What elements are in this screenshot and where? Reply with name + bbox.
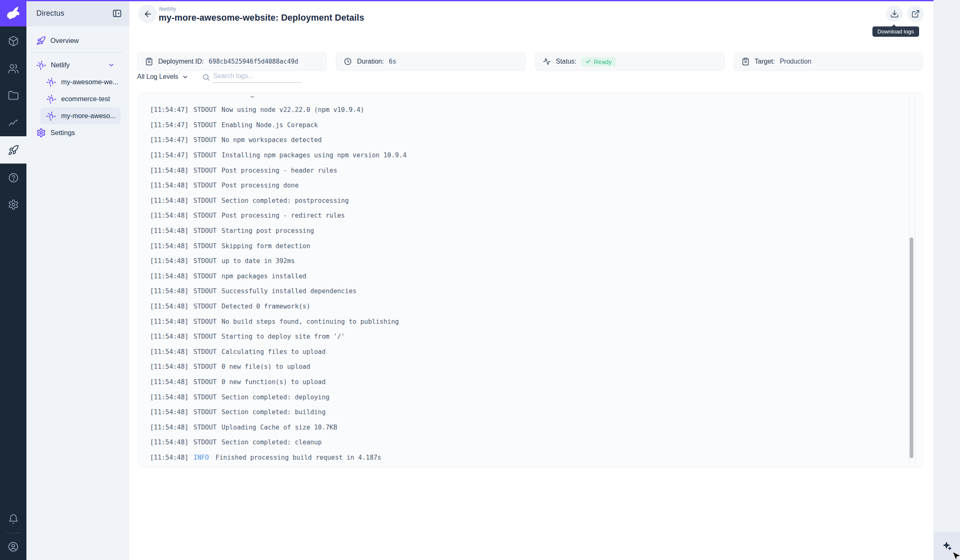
folder-icon	[8, 90, 19, 101]
card-status: Status: Ready	[535, 52, 725, 71]
log-line: [11:54:48]STDOUTPost processing - header…	[150, 163, 894, 178]
help-icon	[8, 172, 19, 183]
log-line: [11:54:48]STDOUT0 new file(s) to upload	[150, 359, 894, 375]
card-label: Deployment ID:	[158, 58, 204, 65]
sidebar-item-netlify[interactable]: Netlify	[26, 57, 129, 74]
log-line: [11:54:48]INFOFinished processing build …	[150, 450, 894, 465]
status-badge-label: Ready	[594, 58, 611, 65]
rocket-icon	[36, 36, 46, 45]
log-lines: [11:54:47]STDOUTNow using node v22.22.0 …	[150, 102, 894, 465]
log-level-filter-label: All Log Levels	[137, 73, 178, 81]
open-external-button[interactable]	[907, 5, 924, 22]
top-accent-bar	[0, 0, 934, 1]
log-line: [11:54:48]STDOUT0 new function(s) to upl…	[150, 375, 894, 390]
sidebar-item-label: Overview	[50, 37, 79, 45]
download-logs-button[interactable]	[886, 5, 903, 22]
deployment-info-cards: Deployment ID: 698cb4525946f5d4088ac49d …	[137, 52, 923, 71]
log-line: [11:54:47]STDOUTEnabling Node.js Corepac…	[150, 118, 894, 133]
netlify-node-icon	[46, 111, 56, 121]
account-button[interactable]	[0, 533, 26, 560]
app-window: Directus Overview Netlify my-awesome-we.…	[0, 0, 960, 560]
page-title: my-more-awesome-website: Deployment Deta…	[159, 13, 364, 23]
sidebar-item-my-more-awesome-website[interactable]: my-more-aweso...	[40, 107, 121, 124]
netlify-node-icon	[46, 94, 56, 104]
gear-icon	[8, 199, 19, 210]
clipboard-icon	[145, 57, 153, 66]
netlify-node-icon	[46, 77, 56, 87]
status-badge: Ready	[581, 57, 615, 66]
sidebar-item-settings[interactable]: Settings	[26, 124, 129, 141]
module-extension-button[interactable]	[0, 136, 26, 164]
clipped-log-line	[250, 96, 254, 97]
sidebar-title: Directus	[36, 9, 64, 18]
sidebar-divider	[31, 52, 124, 53]
log-line: [11:54:48]STDOUTNo build steps found, co…	[150, 314, 894, 329]
log-line: [11:54:48]STDOUTUploading Cache of size …	[150, 420, 894, 435]
box-icon	[8, 36, 19, 47]
sidebar-item-label: Netlify	[51, 61, 70, 69]
bell-icon	[8, 514, 19, 525]
card-label: Status:	[556, 58, 577, 65]
search-input[interactable]	[212, 72, 302, 83]
collapse-sidebar-button[interactable]	[112, 8, 122, 19]
panel-collapse-icon	[112, 8, 122, 19]
ai-assistant-button[interactable]	[934, 532, 960, 560]
sidebar-nav: Overview Netlify my-awesome-we... ecomme…	[26, 26, 129, 141]
log-line: [11:54:48]STDOUTSkipping form detection	[150, 238, 894, 254]
chevron-down-icon	[182, 74, 189, 81]
log-line: [11:54:47]STDOUTInstalling npm packages …	[150, 148, 894, 163]
log-scrollbar-track[interactable]	[909, 97, 915, 463]
netlify-node-icon	[36, 60, 46, 70]
back-button[interactable]	[138, 5, 157, 23]
directus-logo[interactable]	[0, 0, 26, 26]
module-files-button[interactable]	[0, 82, 26, 109]
card-target: Target: Production	[734, 52, 923, 71]
log-line: [11:54:48]STDOUTStarting post processing	[150, 223, 894, 239]
sidebar-item-ecommerce-test[interactable]: ecommerce-test	[26, 90, 129, 107]
log-line: [11:54:48]STDOUTDetected 0 framework(s)	[150, 299, 894, 314]
breadcrumb[interactable]: Netlify	[159, 6, 176, 12]
search-icon	[202, 73, 210, 81]
arrow-left-icon	[143, 9, 152, 19]
sidebar-item-label: Settings	[50, 129, 75, 137]
log-line: [11:54:48]STDOUTCalculating files to upl…	[150, 344, 894, 360]
sparkle-icon	[941, 540, 953, 552]
log-line: [11:54:47]STDOUTNow using node v22.22.0 …	[150, 102, 894, 118]
clock-icon	[344, 57, 352, 66]
target-value: Production	[780, 58, 812, 65]
clipboard-icon	[741, 57, 750, 66]
module-content-button[interactable]	[0, 27, 26, 55]
notifications-button[interactable]	[0, 505, 26, 533]
log-line: [11:54:48]STDOUTSection completed: postp…	[150, 193, 894, 209]
sidebar-header: Directus	[26, 0, 129, 26]
rocket-icon	[8, 145, 19, 156]
gear-icon	[36, 128, 46, 138]
open-in-new-icon	[911, 9, 920, 18]
right-sidebar	[934, 0, 960, 560]
users-icon	[8, 63, 19, 74]
sidebar-item-overview[interactable]: Overview	[26, 32, 129, 49]
chevron-down-icon[interactable]	[108, 62, 115, 69]
module-settings-button[interactable]	[0, 191, 26, 218]
log-scrollbar-thumb[interactable]	[910, 237, 913, 458]
module-help-button[interactable]	[0, 164, 26, 191]
activity-icon	[543, 57, 551, 66]
log-line: [11:54:48]STDOUTSuccessfully installed d…	[150, 284, 894, 299]
download-icon	[890, 9, 899, 18]
log-search	[202, 72, 302, 83]
duration-value: 6s	[389, 58, 396, 65]
module-insights-button[interactable]	[0, 109, 26, 137]
card-deployment-id: Deployment ID: 698cb4525946f5d4088ac49d	[137, 52, 327, 71]
card-duration: Duration: 6s	[336, 52, 525, 71]
tooltip-download-logs: Download logs	[872, 26, 919, 37]
log-line: [11:54:47]STDOUTNo npm workspaces detect…	[150, 133, 894, 148]
log-line: [11:54:48]STDOUTup to date in 392ms	[150, 254, 894, 269]
module-users-button[interactable]	[0, 55, 26, 82]
sidebar-item-label: my-awesome-we...	[61, 78, 118, 86]
module-bar	[0, 0, 26, 560]
log-level-filter[interactable]: All Log Levels	[137, 73, 189, 81]
sidebar-item-label: my-more-aweso...	[61, 112, 116, 120]
deployment-id-value: 698cb4525946f5d4088ac49d	[209, 58, 298, 65]
log-line: [11:54:48]STDOUTSection completed: clean…	[150, 435, 894, 450]
sidebar-item-my-awesome-website[interactable]: my-awesome-we...	[26, 74, 129, 90]
